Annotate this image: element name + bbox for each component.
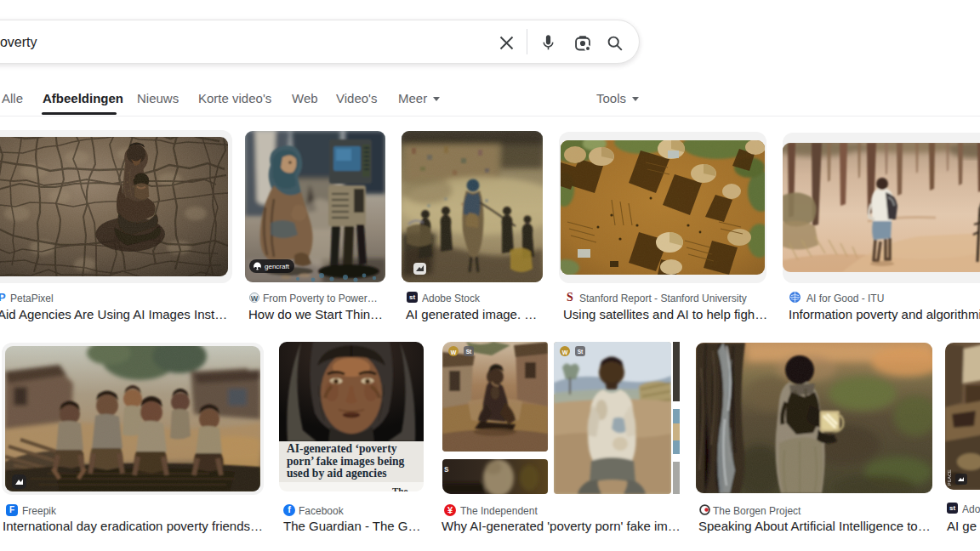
svg-text:porn’ fake images being: porn’ fake images being: [287, 455, 405, 468]
svg-text:The: The: [392, 486, 407, 491]
svg-text:gencraft: gencraft: [265, 263, 290, 270]
svg-text:St: St: [578, 349, 584, 355]
svg-text:AI-generated ‘poverty: AI-generated ‘poverty: [287, 442, 397, 455]
svg-text:used by aid agencies: used by aid agencies: [287, 467, 386, 480]
svg-text:PEACE: PEACE: [947, 469, 952, 486]
svg-text:s: s: [444, 464, 449, 474]
svg-text:W: W: [562, 349, 568, 355]
